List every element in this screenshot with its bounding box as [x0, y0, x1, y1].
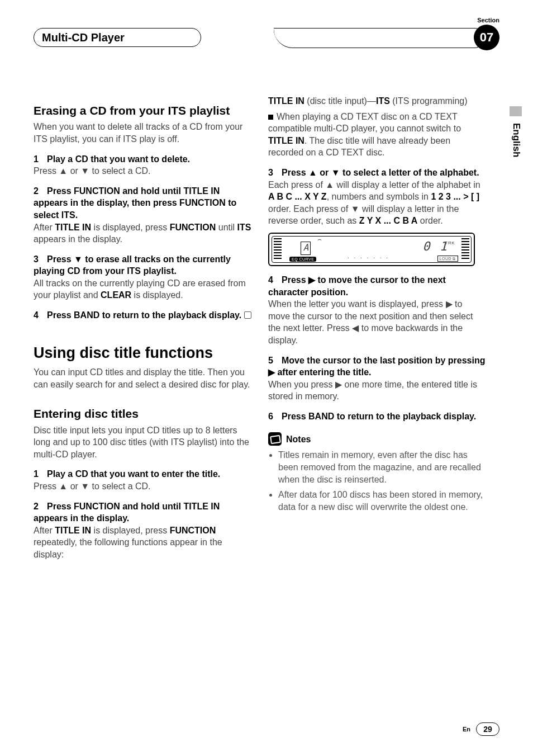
- erase-step3-body: All tracks on the currently playing CD a…: [34, 277, 251, 301]
- erase-step2-body: After TITLE IN is displayed, press FUNCT…: [34, 221, 251, 245]
- down-icon: ▼: [331, 168, 340, 177]
- display-loud-label: LOUD ⧉: [437, 256, 458, 262]
- chapter-title: Multi-CD Player: [42, 31, 125, 44]
- notes-list: Titles remain in memory, even after the …: [278, 449, 486, 513]
- down-icon: ▼: [351, 204, 360, 214]
- erase-step4-head: 4Press BAND to return to the playback di…: [34, 309, 251, 322]
- notes-title: Notes: [286, 433, 311, 446]
- erase-step1-head: 1Play a CD that you want to delete.: [34, 153, 251, 166]
- display-title-area: ⌢ A: [288, 238, 355, 254]
- display-right-bars-icon: [461, 238, 469, 261]
- left-column: Erasing a CD from your ITS playlist When…: [34, 95, 251, 561]
- list-item: After data for 100 discs has been stored…: [278, 489, 486, 513]
- list-item: Titles remain in memory, even after the …: [278, 449, 486, 485]
- heading-using-disc-title: Using disc title functions: [34, 343, 251, 363]
- enter-step2-head: 2Press FUNCTION and hold until TITLE IN …: [34, 500, 251, 525]
- enter-step3-head: 3Press ▲ or ▼ to select a letter of the …: [268, 167, 486, 179]
- section-label: Section: [477, 17, 499, 23]
- up-icon: ▲: [308, 168, 317, 177]
- display-char-cell: A: [301, 242, 311, 255]
- notes-header: Notes: [268, 432, 486, 446]
- cdtext-note: When playing a CD TEXT disc on a CD TEXT…: [268, 111, 486, 159]
- erase-step1-body: Press ▲ or ▼ to select a CD.: [34, 165, 251, 177]
- right-icon: ▶: [335, 380, 342, 389]
- language-tab: English: [511, 123, 522, 157]
- display-dots: . . . . . . .: [348, 253, 389, 261]
- page-footer: En 29: [463, 722, 499, 736]
- erase-intro: When you want to delete all tracks of a …: [34, 121, 251, 145]
- enter-step1-head: 1Play a CD that you want to enter the ti…: [34, 468, 251, 480]
- enter-step4-head: 4Press ▶ to move the cursor to the next …: [268, 274, 486, 298]
- enter-step3-body: Each press of ▲ will display a letter of…: [268, 179, 486, 227]
- enter-intro: Disc title input lets you input CD title…: [34, 424, 251, 461]
- using-intro: You can input CD titles and display the …: [34, 366, 251, 390]
- enter-step1-body: Press ▲ or ▼ to select a CD.: [34, 480, 251, 493]
- display-track-number: 0 1: [422, 238, 448, 255]
- right-icon: ▶: [268, 367, 275, 377]
- footer-page-number: 29: [476, 722, 499, 736]
- heading-entering-disc-titles: Entering disc titles: [34, 406, 251, 422]
- down-icon: ▼: [80, 481, 89, 491]
- right-column: TITLE IN (disc title input)—ITS (ITS pro…: [268, 95, 486, 561]
- bullet-icon: [268, 115, 273, 120]
- page-header: Section Multi-CD Player 07: [34, 17, 499, 56]
- enter-step2-body: After TITLE IN is displayed, press FUNCT…: [34, 525, 251, 561]
- language-tab-marker: [510, 106, 522, 116]
- enter-step4-body: When the letter you want is displayed, p…: [268, 298, 486, 346]
- function-list-line: TITLE IN (disc title input)—ITS (ITS pro…: [268, 95, 486, 107]
- chapter-number: 07: [480, 30, 493, 45]
- notes-icon: [268, 432, 282, 446]
- chapter-right-bracket: [274, 28, 484, 48]
- down-icon: ▼: [74, 254, 83, 264]
- heading-erase-cd: Erasing a CD from your ITS playlist: [34, 103, 251, 119]
- footer-lang: En: [463, 726, 470, 733]
- display-left-bars-icon: [274, 238, 282, 261]
- up-icon: ▲: [325, 180, 334, 190]
- display-cursor-arc-icon: ⌢: [317, 235, 322, 244]
- enter-step5-body: When you press ▶ one more time, the ente…: [268, 379, 486, 403]
- erase-step2-head: 2Press FUNCTION and hold until TITLE IN …: [34, 185, 251, 221]
- down-icon: ▼: [80, 166, 89, 176]
- enter-step5-head: 5Move the cursor to the last position by…: [268, 355, 486, 379]
- up-icon: ▲: [59, 481, 68, 491]
- end-of-section-icon: [244, 311, 251, 319]
- chapter-title-pill: Multi-CD Player: [34, 28, 201, 47]
- lcd-display-illustration: ⌢ A . . . . . . . EQ CURVE TRK 0 1 LOUD …: [268, 233, 475, 266]
- display-eq-label: EQ CURVE: [289, 257, 316, 262]
- up-icon: ▲: [59, 166, 68, 176]
- right-icon: ▶: [446, 299, 453, 309]
- left-icon: ◀: [352, 323, 359, 333]
- chapter-number-badge: 07: [474, 25, 499, 50]
- erase-step3-head: 3Press ▼ to erase all tracks on the curr…: [34, 253, 251, 277]
- right-icon: ▶: [308, 275, 315, 285]
- enter-step6-head: 6Press BAND to return to the playback di…: [268, 410, 486, 423]
